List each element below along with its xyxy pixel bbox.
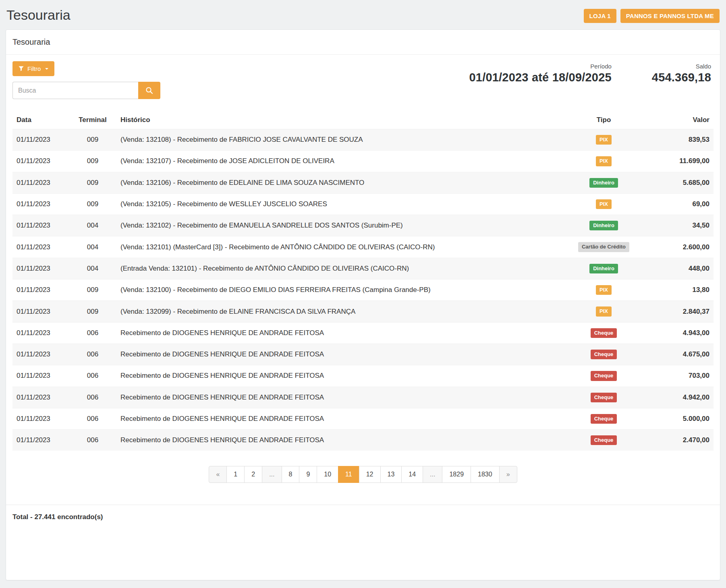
cell-valor: 2.840,37 bbox=[651, 301, 714, 322]
pagination-ellipsis: ... bbox=[423, 466, 442, 483]
pagination-prev[interactable]: « bbox=[209, 466, 227, 483]
pagination-page-11[interactable]: 11 bbox=[338, 466, 359, 483]
cell-date: 01/11/2023 bbox=[12, 301, 69, 322]
funnel-icon bbox=[19, 66, 24, 71]
tipo-badge: Cheque bbox=[591, 350, 617, 359]
cell-terminal: 009 bbox=[69, 151, 116, 172]
cell-date: 01/11/2023 bbox=[12, 258, 69, 279]
cell-date: 01/11/2023 bbox=[12, 193, 69, 215]
cell-tipo: PIX bbox=[556, 193, 651, 215]
pagination-page-13[interactable]: 13 bbox=[380, 466, 402, 483]
cell-date: 01/11/2023 bbox=[12, 344, 69, 365]
cell-valor: 2.600,00 bbox=[651, 236, 714, 258]
cell-valor: 13,80 bbox=[651, 280, 714, 301]
cell-terminal: 009 bbox=[69, 280, 116, 301]
tipo-badge: PIX bbox=[596, 285, 612, 295]
cell-valor: 5.000,00 bbox=[651, 408, 714, 429]
pagination-page-8[interactable]: 8 bbox=[282, 466, 300, 483]
filter-button[interactable]: Filtro bbox=[12, 61, 54, 76]
cell-tipo: Cheque bbox=[556, 387, 651, 408]
cell-historico: Recebimento de DIOGENES HENRIQUE DE ANDR… bbox=[116, 430, 556, 451]
total-count: Total - 27.441 encontrado(s) bbox=[6, 505, 720, 529]
pagination-next[interactable]: » bbox=[499, 466, 517, 483]
cell-valor: 448,00 bbox=[651, 258, 714, 279]
tipo-badge: PIX bbox=[596, 199, 612, 209]
store-button[interactable]: LOJA 1 bbox=[584, 9, 616, 23]
company-button[interactable]: PANNOS E PANNOS LTDA ME bbox=[620, 9, 720, 23]
cell-terminal: 004 bbox=[69, 236, 116, 258]
cell-tipo: Dinheiro bbox=[556, 215, 651, 236]
cell-historico: Recebimento de DIOGENES HENRIQUE DE ANDR… bbox=[116, 365, 556, 387]
search-button[interactable] bbox=[138, 82, 160, 99]
pagination: «12...891011121314...18291830» bbox=[12, 466, 714, 483]
cell-historico: (Venda: 132100) - Recebimento de DIEGO E… bbox=[116, 280, 556, 301]
table-row: 01/11/2023006Recebimento de DIOGENES HEN… bbox=[12, 430, 714, 451]
topbar-buttons: LOJA 1 PANNOS E PANNOS LTDA ME bbox=[584, 7, 720, 23]
cell-terminal: 004 bbox=[69, 258, 116, 279]
table-row: 01/11/2023004(Entrada Venda: 132101) - R… bbox=[12, 258, 714, 279]
cell-historico: (Venda: 132105) - Recebimento de WESLLEY… bbox=[116, 193, 556, 215]
pagination-page-9[interactable]: 9 bbox=[299, 466, 317, 483]
table-row: 01/11/2023009(Venda: 132105) - Recebimen… bbox=[12, 193, 714, 215]
toolbar: Filtro Pe bbox=[12, 61, 714, 99]
table-row: 01/11/2023006Recebimento de DIOGENES HEN… bbox=[12, 344, 714, 365]
tipo-badge: Dinheiro bbox=[589, 178, 618, 188]
cell-date: 01/11/2023 bbox=[12, 365, 69, 387]
balance-value: 454.369,18 bbox=[652, 71, 711, 84]
cell-terminal: 006 bbox=[69, 408, 116, 429]
cell-historico: (Venda: 132107) - Recebimento de JOSE AD… bbox=[116, 151, 556, 172]
cell-tipo: PIX bbox=[556, 151, 651, 172]
pagination-page-1830[interactable]: 1830 bbox=[471, 466, 500, 483]
pagination-page-14[interactable]: 14 bbox=[401, 466, 423, 483]
pagination-page-10[interactable]: 10 bbox=[317, 466, 338, 483]
tipo-badge: PIX bbox=[596, 135, 612, 145]
column-header: Valor bbox=[651, 111, 714, 129]
table-row: 01/11/2023009(Venda: 132107) - Recebimen… bbox=[12, 151, 714, 172]
cell-tipo: Cheque bbox=[556, 408, 651, 429]
panel-title: Tesouraria bbox=[6, 30, 720, 55]
cell-date: 01/11/2023 bbox=[12, 387, 69, 408]
cell-historico: Recebimento de DIOGENES HENRIQUE DE ANDR… bbox=[116, 387, 556, 408]
cell-valor: 4.943,00 bbox=[651, 322, 714, 344]
cell-date: 01/11/2023 bbox=[12, 236, 69, 258]
cell-tipo: PIX bbox=[556, 301, 651, 322]
pagination-page-12[interactable]: 12 bbox=[359, 466, 381, 483]
cell-historico: (Venda: 132101) (MasterCard [3]) - Receb… bbox=[116, 236, 556, 258]
cell-historico: (Venda: 132108) - Recebimento de FABRICI… bbox=[116, 129, 556, 151]
cell-date: 01/11/2023 bbox=[12, 172, 69, 193]
cell-tipo: PIX bbox=[556, 129, 651, 151]
cell-historico: Recebimento de DIOGENES HENRIQUE DE ANDR… bbox=[116, 344, 556, 365]
cell-terminal: 006 bbox=[69, 365, 116, 387]
page-title: Tesouraria bbox=[6, 7, 71, 23]
search-input[interactable] bbox=[12, 82, 138, 99]
table-body: 01/11/2023009(Venda: 132108) - Recebimen… bbox=[12, 129, 714, 451]
cell-terminal: 006 bbox=[69, 430, 116, 451]
cell-tipo: Cheque bbox=[556, 365, 651, 387]
cell-valor: 4.675,00 bbox=[651, 344, 714, 365]
pagination-page-1[interactable]: 1 bbox=[226, 466, 245, 483]
pagination-page-2[interactable]: 2 bbox=[244, 466, 262, 483]
column-header: Terminal bbox=[69, 111, 116, 129]
cell-terminal: 009 bbox=[69, 172, 116, 193]
table-row: 01/11/2023006Recebimento de DIOGENES HEN… bbox=[12, 365, 714, 387]
cell-valor: 703,00 bbox=[651, 365, 714, 387]
cell-valor: 5.685,00 bbox=[651, 172, 714, 193]
cell-historico: (Entrada Venda: 132101) - Recebimento de… bbox=[116, 258, 556, 279]
cell-historico: (Venda: 132106) - Recebimento de EDELAIN… bbox=[116, 172, 556, 193]
table-header-row: DataTerminalHistóricoTipoValor bbox=[12, 111, 714, 129]
period-value: 01/01/2023 até 18/09/2025 bbox=[469, 71, 612, 84]
table-head: DataTerminalHistóricoTipoValor bbox=[12, 111, 714, 129]
column-header: Tipo bbox=[556, 111, 651, 129]
cell-terminal: 009 bbox=[69, 301, 116, 322]
cell-tipo: PIX bbox=[556, 280, 651, 301]
period-stat: Período 01/01/2023 até 18/09/2025 bbox=[469, 63, 612, 84]
period-label: Período bbox=[469, 63, 612, 70]
pagination-page-1829[interactable]: 1829 bbox=[442, 466, 471, 483]
tipo-badge: Cartão de Crédito bbox=[578, 242, 629, 252]
chevron-down-icon bbox=[45, 68, 48, 70]
cell-terminal: 004 bbox=[69, 215, 116, 236]
cell-terminal: 009 bbox=[69, 193, 116, 215]
column-header: Data bbox=[12, 111, 69, 129]
tipo-badge: Dinheiro bbox=[589, 221, 618, 230]
cell-valor: 4.942,00 bbox=[651, 387, 714, 408]
